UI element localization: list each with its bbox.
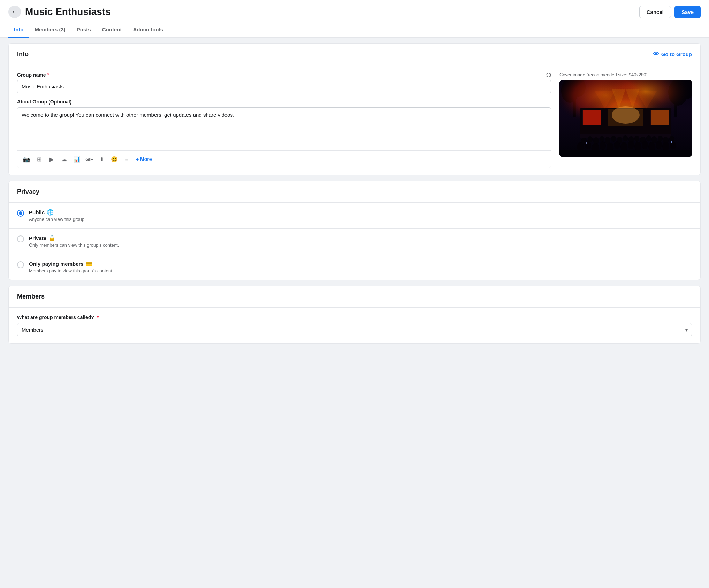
svg-point-41 — [600, 141, 606, 150]
page-title: Music Enthusiasts — [25, 6, 111, 17]
main-content: Info 👁 Go to Group Group name* 33 About … — [0, 38, 709, 349]
tab-admin-tools[interactable]: Admin tools — [127, 22, 169, 38]
privacy-private-name: Private 🔒 — [29, 235, 119, 241]
about-textarea-container: Welcome to the group! You can connect wi… — [17, 107, 551, 168]
svg-rect-14 — [651, 110, 669, 125]
form-right: Cover image (recommended size: 940x280) — [559, 72, 692, 168]
svg-point-47 — [642, 141, 648, 149]
privacy-option-public[interactable]: Public 🌐 Anyone can view this group. — [9, 203, 700, 229]
cover-image[interactable] — [559, 80, 692, 157]
members-required-star: * — [97, 315, 99, 320]
svg-rect-12 — [583, 110, 601, 125]
group-name-label: Group name* — [17, 72, 49, 78]
privacy-private-text: Private 🔒 Only members can view this gro… — [29, 235, 119, 248]
privacy-options: Public 🌐 Anyone can view this group. Pri… — [9, 203, 700, 280]
go-to-group-label: Go to Group — [661, 51, 692, 57]
about-label: About Group (Optional) — [17, 99, 551, 105]
svg-point-49 — [656, 141, 662, 149]
info-card-header: Info 👁 Go to Group — [9, 44, 700, 65]
members-called-label: What are group members called? * — [17, 315, 692, 320]
svg-point-16 — [612, 106, 640, 124]
gif-icon[interactable]: GIF — [84, 154, 94, 164]
concert-image-svg — [559, 80, 692, 157]
svg-point-29 — [623, 135, 628, 141]
cancel-button[interactable]: Cancel — [639, 6, 671, 18]
group-name-label-row: Group name* 33 — [17, 72, 551, 78]
svg-point-43 — [614, 141, 620, 149]
tab-members[interactable]: Members (3) — [29, 22, 71, 38]
info-card: Info 👁 Go to Group Group name* 33 About … — [8, 43, 701, 175]
upload-icon[interactable]: ⬆ — [97, 154, 107, 164]
header-actions: Cancel Save — [639, 6, 701, 18]
group-name-input[interactable] — [17, 80, 551, 93]
go-to-group-link[interactable]: 👁 Go to Group — [653, 51, 692, 58]
svg-point-46 — [634, 142, 641, 151]
form-row: Group name* 33 About Group (Optional) We… — [17, 72, 692, 168]
privacy-public-name: Public 🌐 — [29, 209, 86, 216]
members-card-body: What are group members called? * Members… — [9, 308, 700, 343]
privacy-paying-name: Only paying members 💳 — [29, 261, 113, 267]
privacy-option-private[interactable]: Private 🔒 Only members can view this gro… — [9, 229, 700, 254]
header-left: ← Music Enthusiasts — [8, 6, 111, 18]
format-icon[interactable]: ≡ — [122, 154, 132, 164]
more-button[interactable]: + More — [136, 156, 152, 162]
privacy-paying-desc: Members pay to view this group's content… — [29, 268, 113, 273]
members-card: Members What are group members called? *… — [8, 286, 701, 344]
back-button[interactable]: ← — [8, 6, 21, 18]
privacy-option-paying[interactable]: Only paying members 💳 Members pay to vie… — [9, 254, 700, 280]
svg-rect-54 — [586, 142, 587, 144]
members-select-wrapper: Members Fans Subscribers Followers Stude… — [17, 323, 692, 336]
page-header: ← Music Enthusiasts Cancel Save Info Mem… — [0, 0, 709, 38]
radio-private[interactable] — [17, 235, 24, 242]
privacy-section-title: Privacy — [17, 188, 39, 195]
info-section-title: Info — [17, 51, 29, 58]
eye-icon: 👁 — [653, 51, 659, 58]
svg-rect-52 — [559, 150, 692, 157]
chart-icon[interactable]: 📊 — [72, 154, 82, 164]
privacy-public-text: Public 🌐 Anyone can view this group. — [29, 209, 86, 222]
lock-icon: 🔒 — [48, 235, 55, 241]
tab-content[interactable]: Content — [97, 22, 128, 38]
emoji-icon[interactable]: 😊 — [109, 154, 119, 164]
svg-point-25 — [600, 136, 604, 142]
globe-icon: 🌐 — [47, 209, 54, 216]
radio-public-inner — [19, 211, 22, 215]
photo-icon[interactable]: 📷 — [22, 154, 31, 164]
svg-point-31 — [634, 136, 639, 142]
members-card-header: Members — [9, 286, 700, 308]
payment-icon: 💳 — [86, 261, 93, 267]
svg-point-51 — [670, 141, 676, 149]
privacy-card-header: Privacy — [9, 181, 700, 203]
form-left: Group name* 33 About Group (Optional) We… — [17, 72, 551, 168]
tab-posts[interactable]: Posts — [71, 22, 97, 38]
svg-point-50 — [662, 142, 669, 151]
about-textarea[interactable]: Welcome to the group! You can connect wi… — [17, 108, 551, 149]
privacy-paying-text: Only paying members 💳 Members pay to vie… — [29, 261, 113, 273]
char-count: 33 — [546, 72, 551, 78]
svg-point-45 — [628, 141, 634, 149]
svg-point-27 — [611, 136, 616, 142]
privacy-private-desc: Only members can view this group's conte… — [29, 242, 119, 248]
svg-rect-53 — [671, 141, 672, 143]
cloud-icon[interactable]: ☁ — [59, 154, 69, 164]
radio-public[interactable] — [17, 210, 24, 217]
video-icon[interactable]: ▶ — [47, 154, 56, 164]
members-section-title: Members — [17, 293, 45, 300]
header-top: ← Music Enthusiasts Cancel Save — [8, 6, 701, 18]
radio-paying[interactable] — [17, 261, 24, 268]
members-select[interactable]: Members Fans Subscribers Followers Stude… — [17, 323, 692, 336]
save-button[interactable]: Save — [674, 6, 701, 18]
svg-point-34 — [651, 136, 657, 143]
privacy-public-desc: Anyone can view this group. — [29, 217, 86, 222]
grid-icon[interactable]: ⊞ — [34, 154, 44, 164]
svg-point-33 — [646, 135, 651, 141]
privacy-card: Privacy Public 🌐 Anyone can view this gr… — [8, 181, 701, 280]
required-star: * — [47, 72, 49, 78]
tab-info[interactable]: Info — [8, 22, 29, 38]
cover-image-label: Cover image (recommended size: 940x280) — [559, 72, 692, 77]
textarea-toolbar: 📷 ⊞ ▶ ☁ 📊 GIF ⬆ 😊 ≡ + More — [17, 150, 551, 168]
svg-point-26 — [605, 137, 610, 144]
info-card-body: Group name* 33 About Group (Optional) We… — [9, 65, 700, 175]
tabs-nav: Info Members (3) Posts Content Admin too… — [8, 22, 701, 37]
